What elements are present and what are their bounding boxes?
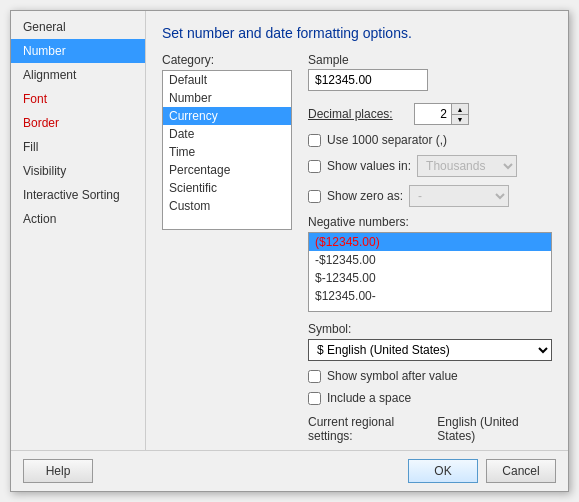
dialog: GeneralNumberAlignmentFontBorderFillVisi…	[10, 10, 569, 492]
show-zero-as-label: Show zero as:	[327, 189, 403, 203]
decimal-places-label: Decimal places:	[308, 107, 408, 121]
category-item-number[interactable]: Number	[163, 89, 291, 107]
symbol-section: Symbol: $ English (United States) € Euro…	[308, 322, 552, 361]
category-item-date[interactable]: Date	[163, 125, 291, 143]
sidebar-item-number[interactable]: Number	[11, 39, 145, 63]
spinner-down-button[interactable]: ▼	[452, 114, 468, 124]
use-1000-separator-row: Use 1000 separator (,)	[308, 133, 552, 147]
use-1000-separator-label: Use 1000 separator (,)	[327, 133, 447, 147]
negative-item-2[interactable]: $-12345.00	[309, 269, 551, 287]
use-1000-separator-checkbox[interactable]	[308, 134, 321, 147]
show-zero-as-checkbox[interactable]	[308, 190, 321, 203]
negative-numbers-listbox[interactable]: ($12345.00)-$12345.00$-12345.00$12345.00…	[308, 232, 552, 312]
decimal-places-spinner[interactable]: 2 ▲ ▼	[414, 103, 469, 125]
help-button[interactable]: Help	[23, 459, 93, 483]
footer-left: Help	[23, 459, 93, 483]
dialog-body: GeneralNumberAlignmentFontBorderFillVisi…	[11, 11, 568, 450]
negative-item-1[interactable]: -$12345.00	[309, 251, 551, 269]
sidebar-item-visibility[interactable]: Visibility	[11, 159, 145, 183]
sidebar-item-fill[interactable]: Fill	[11, 135, 145, 159]
category-label: Category:	[162, 53, 292, 67]
show-zero-as-row: Show zero as: - 0	[308, 185, 552, 207]
show-values-in-row: Show values in: Thousands Millions Billi…	[308, 155, 552, 177]
spinner-buttons: ▲ ▼	[451, 104, 468, 124]
category-item-percentage[interactable]: Percentage	[163, 161, 291, 179]
sidebar-item-alignment[interactable]: Alignment	[11, 63, 145, 87]
regional-value: English (United States)	[437, 415, 552, 443]
category-item-time[interactable]: Time	[163, 143, 291, 161]
show-values-in-select[interactable]: Thousands Millions Billions	[417, 155, 517, 177]
include-space-label: Include a space	[327, 391, 411, 405]
spinner-up-button[interactable]: ▲	[452, 104, 468, 114]
sidebar-item-border[interactable]: Border	[11, 111, 145, 135]
symbol-label: Symbol:	[308, 322, 552, 336]
main-content: Set number and date formatting options. …	[146, 11, 568, 450]
sidebar-item-general[interactable]: General	[11, 15, 145, 39]
negative-numbers-section: Negative numbers: ($12345.00)-$12345.00$…	[308, 215, 552, 312]
include-space-checkbox[interactable]	[308, 392, 321, 405]
sample-label: Sample	[308, 53, 552, 67]
decimal-places-input[interactable]: 2	[415, 105, 451, 123]
cancel-button[interactable]: Cancel	[486, 459, 556, 483]
category-item-custom[interactable]: Custom	[163, 197, 291, 215]
regional-row: Current regional settings: English (Unit…	[308, 415, 552, 443]
sample-section: Sample $12345.00	[308, 53, 552, 91]
show-symbol-after-checkbox[interactable]	[308, 370, 321, 383]
content-row: Category: DefaultNumberCurrencyDateTimeP…	[162, 53, 552, 443]
show-symbol-after-label: Show symbol after value	[327, 369, 458, 383]
category-item-default[interactable]: Default	[163, 71, 291, 89]
show-zero-as-select[interactable]: - 0	[409, 185, 509, 207]
sidebar-item-action[interactable]: Action	[11, 207, 145, 231]
include-space-row: Include a space	[308, 391, 552, 405]
category-panel: Category: DefaultNumberCurrencyDateTimeP…	[162, 53, 292, 443]
main-title: Set number and date formatting options.	[162, 25, 552, 41]
symbol-select[interactable]: $ English (United States) € Euro £ Briti…	[308, 339, 552, 361]
show-values-in-checkbox[interactable]	[308, 160, 321, 173]
ok-button[interactable]: OK	[408, 459, 478, 483]
category-item-scientific[interactable]: Scientific	[163, 179, 291, 197]
category-listbox[interactable]: DefaultNumberCurrencyDateTimePercentageS…	[162, 70, 292, 230]
sidebar-item-interactive-sorting[interactable]: Interactive Sorting	[11, 183, 145, 207]
negative-item-0[interactable]: ($12345.00)	[309, 233, 551, 251]
negative-item-3[interactable]: $12345.00-	[309, 287, 551, 305]
show-values-in-label: Show values in:	[327, 159, 411, 173]
sidebar-item-font[interactable]: Font	[11, 87, 145, 111]
sidebar: GeneralNumberAlignmentFontBorderFillVisi…	[11, 11, 146, 450]
sample-value: $12345.00	[308, 69, 428, 91]
decimal-places-row: Decimal places: 2 ▲ ▼	[308, 103, 552, 125]
regional-label: Current regional settings:	[308, 415, 433, 443]
options-panel: Sample $12345.00 Decimal places: 2 ▲ ▼	[308, 53, 552, 443]
category-item-currency[interactable]: Currency	[163, 107, 291, 125]
dialog-footer: Help OK Cancel	[11, 450, 568, 491]
show-symbol-after-row: Show symbol after value	[308, 369, 552, 383]
footer-right: OK Cancel	[408, 459, 556, 483]
negative-numbers-label: Negative numbers:	[308, 215, 552, 229]
